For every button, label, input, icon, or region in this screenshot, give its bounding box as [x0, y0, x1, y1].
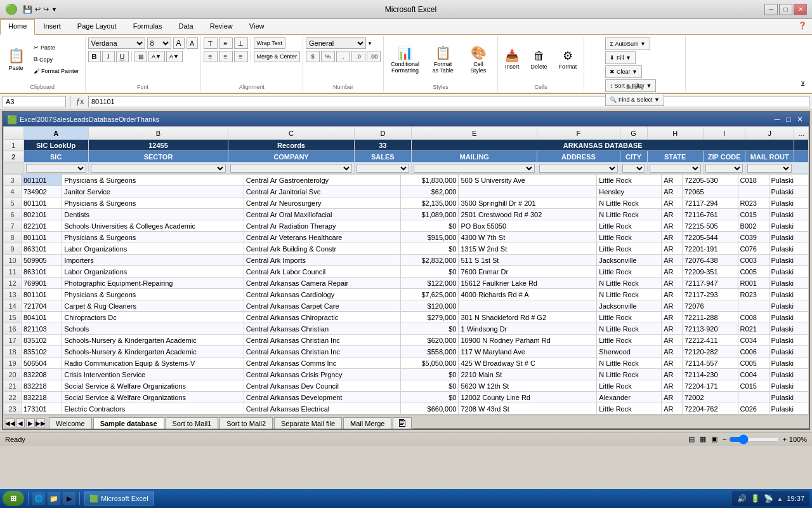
- formula-input[interactable]: [88, 96, 809, 107]
- spreadsheet-close-button[interactable]: ✕: [795, 115, 805, 124]
- cell-address[interactable]: 3500 Springhill Dr # 201: [459, 197, 597, 209]
- cell-sic[interactable]: 832218: [22, 380, 62, 392]
- cell-sales[interactable]: $1,089,000: [401, 209, 459, 220]
- cell-sales[interactable]: $1,830,000: [401, 175, 459, 186]
- cell-sic[interactable]: 835102: [22, 335, 62, 346]
- filter-f[interactable]: [537, 163, 620, 174]
- cell-sector[interactable]: Janitor Service: [62, 186, 244, 197]
- start-button[interactable]: ⊞: [3, 491, 24, 506]
- cell-city[interactable]: Little Rock: [597, 335, 662, 346]
- sheet-tab-separate[interactable]: Separate Mail file: [274, 417, 342, 429]
- cell-sic[interactable]: 863101: [22, 243, 62, 255]
- cell-sales[interactable]: $915,000: [401, 232, 459, 243]
- cell-mail[interactable]: C006: [738, 346, 769, 358]
- taskbar-ie-icon[interactable]: 🌐: [32, 492, 45, 505]
- align-center-button[interactable]: ≡: [219, 51, 233, 62]
- align-right-button[interactable]: ≡: [234, 51, 248, 62]
- cell-zip[interactable]: 72201-191: [683, 243, 738, 255]
- cell-address[interactable]: 511 S 1st St: [459, 255, 597, 266]
- cell-city[interactable]: Hensley: [597, 186, 662, 197]
- cell-city[interactable]: N Little Rock: [597, 277, 662, 289]
- header-sic[interactable]: SIC: [23, 151, 88, 163]
- cell-address[interactable]: [459, 300, 597, 312]
- cell-mail[interactable]: C018: [738, 175, 769, 186]
- cell-sector[interactable]: Crisis Intervention Service: [62, 369, 244, 380]
- cell-sales[interactable]: $120,000: [401, 300, 459, 312]
- font-color-button[interactable]: A▼: [166, 51, 183, 62]
- cell-city[interactable]: Sherwood: [597, 346, 662, 358]
- view-layout-button[interactable]: ▦: [700, 435, 706, 443]
- cell-address[interactable]: 5620 W 12th St: [459, 380, 597, 392]
- cell-company[interactable]: Central Arkansas Christian: [244, 323, 400, 335]
- cell-mail[interactable]: C034: [738, 335, 769, 346]
- cell-sic[interactable]: 509905: [22, 255, 62, 266]
- cell-state[interactable]: AR: [662, 312, 683, 323]
- cell-city[interactable]: Little Rock: [597, 175, 662, 186]
- header-state[interactable]: STATE: [647, 151, 703, 163]
- find-select-button[interactable]: 🔍 Find & Select ▼: [605, 93, 664, 106]
- cell-b1[interactable]: 12455: [88, 140, 228, 151]
- qat-save[interactable]: 💾: [23, 5, 32, 14]
- qat-redo[interactable]: ↪: [43, 5, 49, 13]
- cell-county[interactable]: Pulaski: [769, 209, 808, 220]
- copy-button[interactable]: ⧉ Copy: [30, 54, 82, 65]
- header-county[interactable]: [794, 151, 809, 163]
- cell-county[interactable]: Pulaski: [769, 277, 808, 289]
- cell-zip[interactable]: 72212-411: [683, 335, 738, 346]
- cell-company[interactable]: Central Ark Building & Constr: [244, 243, 400, 255]
- cell-mail[interactable]: C026: [738, 403, 769, 415]
- underline-button[interactable]: U: [116, 51, 129, 62]
- close-button[interactable]: ✕: [794, 4, 807, 15]
- filter-select-e[interactable]: [414, 164, 535, 173]
- cell-sic[interactable]: 863101: [22, 266, 62, 277]
- cell-county[interactable]: Pulaski: [769, 380, 808, 392]
- spreadsheet-minimize-button[interactable]: ─: [772, 115, 782, 124]
- cell-state[interactable]: AR: [662, 175, 683, 186]
- percent-button[interactable]: %: [321, 51, 335, 62]
- cell-city[interactable]: Little Rock: [597, 380, 662, 392]
- header-city[interactable]: CITY: [620, 151, 647, 163]
- cell-address[interactable]: 1315 W 2nd St: [459, 243, 597, 255]
- sheet-tab-extra[interactable]: 🖹: [393, 417, 412, 429]
- cell-sector[interactable]: Photographic Equipment-Repairing: [62, 277, 244, 289]
- function-icon[interactable]: ƒx: [74, 97, 86, 106]
- conditional-formatting-button[interactable]: 📊 ConditionalFormatting: [386, 41, 424, 79]
- cell-zip[interactable]: 72002: [683, 392, 738, 403]
- cell-mail[interactable]: [738, 186, 769, 197]
- fill-button[interactable]: ⬇ Fill ▼: [605, 51, 635, 64]
- cell-company[interactable]: Central Ark Labor Council: [244, 266, 400, 277]
- filter-b[interactable]: [88, 163, 228, 174]
- cell-state[interactable]: AR: [662, 369, 683, 380]
- cell-sales[interactable]: $660,000: [401, 403, 459, 415]
- cell-sales[interactable]: $122,000: [401, 277, 459, 289]
- format-button[interactable]: ⚙ Format: [554, 41, 582, 79]
- cell-city[interactable]: N Little Rock: [597, 358, 662, 369]
- cell-company[interactable]: Central Arkansas Dev Council: [244, 380, 400, 392]
- cell-state[interactable]: AR: [662, 186, 683, 197]
- cell-county[interactable]: Pulaski: [769, 289, 808, 300]
- cell-company[interactable]: Central Arkansas Christian Inc: [244, 335, 400, 346]
- cell-company[interactable]: Central Arkansas Chiropractic: [244, 312, 400, 323]
- cell-reference-input[interactable]: [3, 96, 66, 107]
- delete-button[interactable]: 🗑 Delete: [527, 41, 552, 79]
- decrease-decimal-button[interactable]: .00: [367, 51, 381, 62]
- cell-zip[interactable]: 72205-544: [683, 232, 738, 243]
- qat-undo[interactable]: ↩: [35, 5, 41, 13]
- cell-state[interactable]: AR: [662, 220, 683, 232]
- cell-county[interactable]: Pulaski: [769, 323, 808, 335]
- tray-icon-2[interactable]: 🔋: [750, 494, 760, 503]
- cell-county[interactable]: Pulaski: [769, 392, 808, 403]
- header-sales[interactable]: SALES: [354, 151, 412, 163]
- cell-sector[interactable]: Physicians & Surgeons: [62, 289, 244, 300]
- cell-city[interactable]: N Little Rock: [597, 209, 662, 220]
- cell-sic[interactable]: 804101: [22, 312, 62, 323]
- tab-data[interactable]: Data: [170, 19, 201, 34]
- cell-mail[interactable]: C015: [738, 380, 769, 392]
- cell-zip[interactable]: 72120-282: [683, 346, 738, 358]
- cell-county[interactable]: Pulaski: [769, 312, 808, 323]
- tray-icon-1[interactable]: 🔊: [737, 494, 747, 503]
- view-preview-button[interactable]: ▣: [711, 435, 717, 443]
- cell-county[interactable]: Pulaski: [769, 197, 808, 209]
- minimize-button[interactable]: ─: [764, 4, 778, 15]
- cell-sic[interactable]: 734902: [22, 186, 62, 197]
